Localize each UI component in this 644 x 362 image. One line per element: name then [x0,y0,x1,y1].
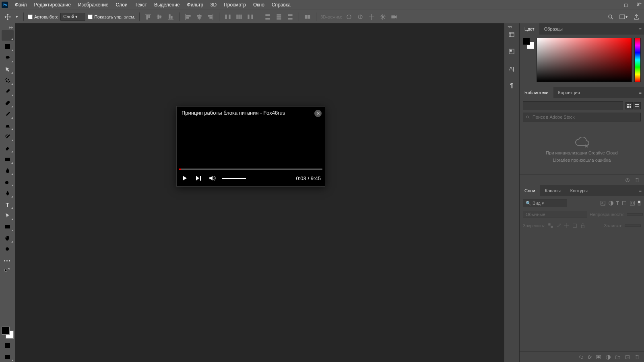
new-layer-icon[interactable] [625,354,630,360]
marquee-tool[interactable] [2,41,14,52]
filter-adjust-icon[interactable] [608,200,614,206]
color-fg-bg-swatch[interactable] [523,38,534,49]
collapse-right-panels-icon[interactable]: ▸▸ [638,1,642,5]
eraser-tool[interactable] [2,143,14,153]
libraries-panel-menu-icon[interactable]: ≡ [639,90,642,95]
play-button[interactable] [181,175,189,181]
menubar: Ps Файл Редактирование Изображение Слои … [0,0,644,10]
menu-help[interactable]: Справка [268,0,294,10]
brush-tool[interactable] [2,109,14,119]
filter-smart-icon[interactable] [630,200,635,206]
screen-mode-icon[interactable]: ▾ [619,12,628,21]
align-right-icon [206,12,215,21]
menu-view[interactable]: Просмотр [220,0,250,10]
filter-toggle[interactable] [638,200,641,206]
color-field[interactable] [537,38,632,82]
menu-3d[interactable]: 3D [207,0,220,10]
window-minimize-button[interactable]: ─ [608,0,620,10]
filter-image-icon[interactable] [600,200,606,206]
collapse-tools-icon[interactable]: ▸▸ [9,25,13,29]
zoom-tool[interactable] [2,244,14,255]
document-canvas[interactable]: Принцип работы блока питания - Fox48rus … [15,23,504,362]
history-brush-tool[interactable] [2,132,14,142]
adjustment-layer-icon[interactable] [605,354,611,360]
menu-select[interactable]: Выделение [151,0,184,10]
edit-toolbar-button[interactable]: ••• [2,255,14,266]
menu-edit[interactable]: Редактирование [31,0,74,10]
screen-mode-button[interactable] [2,352,14,362]
tab-libraries[interactable]: Библиотеки [520,87,553,98]
tool-preset-dropdown[interactable]: ▾ [14,12,19,21]
layer-mask-icon[interactable] [596,354,601,360]
library-select[interactable] [523,101,623,110]
autoselect-mode-select[interactable]: Слой ▾ [60,13,85,21]
tab-layers[interactable]: Слои [520,185,540,196]
menu-layers[interactable]: Слои [112,0,131,10]
filter-shape-icon[interactable] [621,200,627,206]
lib-grid-view-icon[interactable] [625,102,633,109]
tab-swatches[interactable]: Образцы [539,23,568,35]
group-layers-icon[interactable] [615,354,621,360]
hue-slider[interactable] [634,38,641,82]
menu-window[interactable]: Окно [250,0,268,10]
foreground-background-colors[interactable] [2,327,14,339]
filter-type-icon[interactable]: T [616,200,619,206]
type-tool[interactable]: T [2,199,14,210]
tab-adjustments[interactable]: Коррекция [553,87,585,98]
next-button[interactable] [194,175,202,181]
color-panel-tabs: Цвет Образцы ≡ [520,23,644,35]
tab-channels[interactable]: Каналы [540,185,566,196]
expand-panels-icon[interactable]: ◂◂ [508,24,512,29]
svg-rect-22 [5,101,10,106]
search-icon[interactable] [606,12,615,21]
link-layers-icon[interactable] [578,354,584,360]
dodge-tool[interactable] [2,177,14,187]
delete-layer-icon[interactable] [634,354,640,360]
lib-sync-icon[interactable] [625,177,630,183]
color-panel-menu-icon[interactable]: ≡ [639,27,642,31]
pen-tool[interactable] [2,188,14,198]
volume-slider[interactable] [222,178,246,179]
clone-stamp-tool[interactable] [2,120,14,131]
autoselect-checkbox[interactable]: Автовыбор: [28,14,58,19]
lib-trash-icon[interactable] [634,177,640,183]
swap-colors-icon[interactable] [2,267,14,272]
blend-mode-select: Обычные [523,211,587,218]
properties-panel-icon[interactable] [506,47,517,56]
quick-mask-button[interactable] [2,340,14,351]
layers-panel-menu-icon[interactable]: ≡ [639,188,642,193]
hand-tool[interactable] [2,233,14,243]
quick-select-tool[interactable] [2,64,14,74]
svg-rect-5 [248,15,249,19]
show-transform-controls-checkbox[interactable]: Показать упр. элем. [88,14,135,19]
lib-list-view-icon[interactable] [634,102,641,109]
tab-color[interactable]: Цвет [520,23,539,35]
paragraph-panel-icon[interactable]: ¶ [506,80,517,90]
library-search-input[interactable]: Поиск в Adobe Stock [523,113,641,121]
share-icon[interactable] [632,12,641,21]
window-maximize-button[interactable]: ▢ [620,0,632,10]
eyedropper-tool[interactable] [2,86,14,97]
healing-brush-tool[interactable] [2,98,14,108]
move-tool[interactable] [2,30,14,41]
character-panel-icon[interactable]: A| [506,64,517,73]
menu-type[interactable]: Текст [131,0,151,10]
tab-paths[interactable]: Контуры [566,185,592,196]
video-close-button[interactable]: ✕ [314,110,322,117]
lasso-tool[interactable] [2,53,14,63]
svg-rect-39 [635,106,639,107]
gradient-tool[interactable] [2,154,14,165]
tool-strip: ▸▸ T ••• [0,23,15,362]
path-select-tool[interactable] [2,210,14,221]
blur-tool[interactable] [2,165,14,176]
menu-file[interactable]: Файл [11,0,31,10]
volume-button[interactable] [208,175,216,182]
layer-filter-select[interactable]: 🔍 Вид ▾ [523,200,567,207]
foreground-color-swatch[interactable] [2,327,10,335]
layer-fx-icon[interactable]: fx [588,354,592,360]
menu-image[interactable]: Изображение [74,0,112,10]
history-panel-icon[interactable] [506,30,517,39]
rectangle-tool[interactable] [2,222,14,232]
crop-tool[interactable] [2,75,14,86]
menu-filter[interactable]: Фильтр [184,0,207,10]
